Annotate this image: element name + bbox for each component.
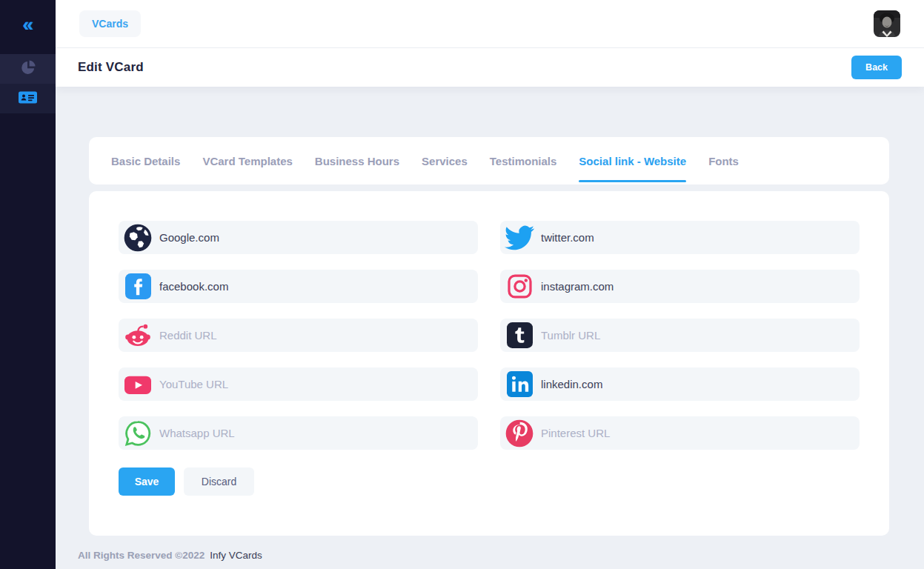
instagram-url-input[interactable] [536,270,851,303]
sidebar-collapse-icon[interactable]: « [22,15,33,34]
whatsapp-icon [121,416,155,450]
tab-services[interactable]: Services [422,137,468,184]
facebook-url-input[interactable] [155,270,469,303]
avatar[interactable] [874,10,900,37]
form-actions: Save Discard [119,467,860,496]
reddit-icon [121,319,155,352]
reddit-url-input[interactable] [155,319,469,352]
pinterest-icon [502,416,536,450]
social-links-form: Save Discard [89,191,889,536]
topbar: VCards [56,0,924,48]
tabs-bar: Basic Details VCard Templates Business H… [89,137,889,184]
linkedin-icon [502,367,536,401]
tumblr-url-input[interactable] [536,319,851,352]
page-title: Edit VCard [78,60,144,75]
twitter-icon [502,221,536,254]
tab-basic-details[interactable]: Basic Details [111,137,180,184]
whatsapp-url-input[interactable] [155,416,469,450]
back-button[interactable]: Back [851,56,902,79]
pinterest-url-field [500,416,860,450]
whatsapp-url-field [119,416,478,450]
globe-icon [121,221,155,254]
brand-name: Infy VCards [210,550,262,561]
pie-chart-icon [19,59,37,79]
sidebar-item-vcards[interactable] [0,84,56,113]
discard-button[interactable]: Discard [184,467,254,496]
tab-testimonials[interactable]: Testimonials [490,137,557,184]
tab-fonts[interactable]: Fonts [708,137,739,184]
tumblr-icon [502,319,536,352]
save-button[interactable]: Save [119,467,175,496]
youtube-url-input[interactable] [155,367,469,401]
twitter-url-field [500,221,860,254]
sidebar-item-dashboard[interactable] [0,54,56,84]
linkedin-url-field [500,367,860,401]
id-card-icon [18,88,38,109]
main-area: VCards Edit VCard Back Basic Details VCa… [56,0,924,569]
youtube-icon [121,367,155,401]
copyright-text: All Rights Reserved ©2022 [78,550,205,561]
facebook-icon [121,270,155,303]
facebook-url-field [119,270,478,303]
breadcrumb-vcards[interactable]: VCards [79,10,141,37]
page-header: Edit VCard Back [56,48,924,87]
instagram-url-field [500,270,860,303]
youtube-url-field [119,367,478,401]
tumblr-url-field [500,319,860,352]
tab-vcard-templates[interactable]: VCard Templates [202,137,292,184]
tab-business-hours[interactable]: Business Hours [315,137,399,184]
sidebar: « [0,0,56,569]
google-url-field [119,221,478,254]
footer: All Rights Reserved ©2022 Infy VCards [78,550,262,561]
pinterest-url-input[interactable] [536,416,851,450]
tab-social-link-website[interactable]: Social link - Website [579,137,686,184]
linkedin-url-input[interactable] [536,367,851,401]
twitter-url-input[interactable] [536,221,851,254]
instagram-icon [502,270,536,303]
google-url-input[interactable] [155,221,469,254]
reddit-url-field [119,319,478,352]
content: Basic Details VCard Templates Business H… [56,87,924,569]
